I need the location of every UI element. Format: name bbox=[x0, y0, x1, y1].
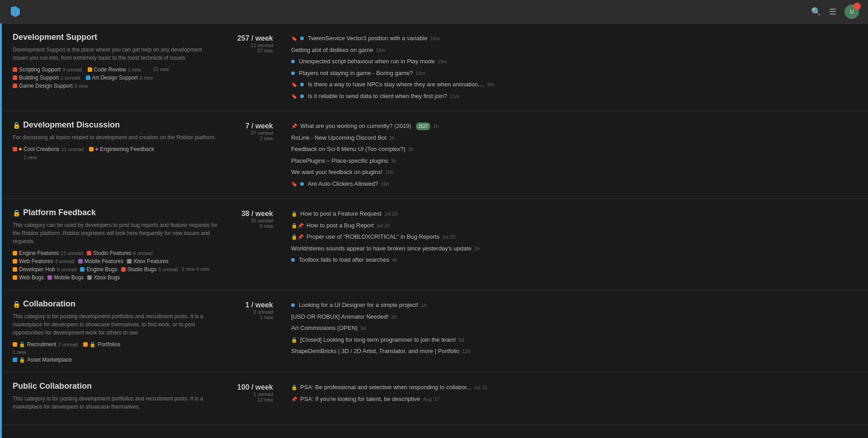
topic-item: 📌 PSA: If you're looking for talent, be … bbox=[291, 393, 859, 405]
subcategory-count: 6 unread bbox=[133, 250, 152, 256]
stat-new: 1 new bbox=[228, 315, 273, 320]
topic-time: 3h bbox=[391, 157, 396, 165]
subcategory-link[interactable]: Building Support bbox=[19, 75, 59, 81]
subcategory-link[interactable]: Xbox Bugs bbox=[94, 274, 120, 281]
category-title-link[interactable]: Public Collaboration bbox=[13, 381, 92, 391]
subcategory-link[interactable]: Game Design Support bbox=[19, 83, 73, 89]
content-area: Development SupportDevelopment Support i… bbox=[2, 24, 868, 438]
subcategories: Cool Creations 11 unread Engineering Fee… bbox=[13, 146, 219, 160]
subcategory-item: Developer Hub 6 unread bbox=[13, 266, 76, 273]
subcategory-link[interactable]: Scripting Support bbox=[19, 66, 61, 73]
topic-link[interactable]: Proper use of "ROBLOXCRITICAL" in Bug Re… bbox=[307, 232, 439, 241]
subcategory-link[interactable]: Web Bugs bbox=[19, 274, 44, 281]
avatar[interactable]: U bbox=[844, 5, 859, 19]
topic-link[interactable]: [USD OR ROBUX] Animator Needed! bbox=[291, 312, 388, 321]
topic-link[interactable]: PSA: If you're looking for talent, be de… bbox=[300, 395, 420, 404]
subcategory-dot bbox=[89, 147, 94, 151]
stat-new: 2 new bbox=[228, 136, 273, 141]
subcategory-dot bbox=[80, 267, 85, 272]
category-stats: 38 / week 32 unread 6 new bbox=[228, 208, 282, 281]
topic-time: 12d bbox=[462, 348, 470, 355]
topic-time: 1h bbox=[421, 301, 426, 309]
lock-icon: 🔒 bbox=[291, 384, 297, 391]
topic-link[interactable]: What are you working on currently? (2019… bbox=[300, 122, 411, 131]
topic-link[interactable]: [Closed] Looking for long-term programme… bbox=[300, 335, 456, 344]
topic-link[interactable]: Art Commissions (OPEN) bbox=[291, 324, 358, 333]
category-title-link[interactable]: Development Support bbox=[13, 33, 97, 42]
subcategory-link[interactable]: Web Features bbox=[19, 258, 53, 264]
topic-link[interactable]: PlacePlugins – Place-specific plugins bbox=[291, 156, 388, 165]
stat-unread: 37 unread bbox=[228, 130, 273, 136]
category-title: Development Support bbox=[13, 33, 219, 42]
unread-dot bbox=[300, 182, 304, 186]
subcategory-link[interactable]: Mobile Bugs bbox=[54, 274, 84, 281]
category-topics: Looking for a UI Designer for a simple p… bbox=[282, 299, 868, 363]
topic-link[interactable]: Toolbox fails to load after searches bbox=[299, 255, 389, 264]
topic-link[interactable]: How to post a Bug Report bbox=[307, 221, 374, 230]
subcategory-dot bbox=[13, 147, 17, 151]
subcategory-count: 1 new bbox=[128, 67, 141, 72]
topic-link[interactable]: How to post a Feature Request bbox=[300, 209, 382, 218]
pin-icon: 📌 bbox=[291, 122, 297, 130]
subcategory-link[interactable]: Engineering Feedback bbox=[100, 146, 154, 152]
topic-time: 16m bbox=[430, 35, 439, 42]
category-title: 🔒Collaboration bbox=[13, 299, 219, 309]
topic-time: 15h bbox=[385, 169, 393, 176]
subcategories: Engine Features 11 unread Studio Feature… bbox=[13, 250, 219, 281]
subcategory-dot2 bbox=[95, 148, 98, 151]
bookmark-icon: 🔖 bbox=[291, 93, 297, 100]
subcategory-link[interactable]: Art Design Support bbox=[92, 75, 138, 81]
search-icon[interactable]: 🔍 bbox=[811, 7, 821, 17]
topic-link[interactable]: Is it reliable to send data to client wh… bbox=[308, 92, 447, 101]
topic-time: 8m bbox=[487, 81, 494, 89]
topic-link[interactable]: World/stereo sounds appear to have broke… bbox=[291, 244, 472, 253]
subcategory-link[interactable]: Mobile Features bbox=[85, 258, 123, 264]
stat-unread: 2 unread bbox=[228, 309, 273, 315]
topic-link[interactable]: PSA: Be professional and selective when … bbox=[300, 383, 472, 392]
topic-item: 🔖 Is it reliable to send data to client … bbox=[291, 90, 859, 102]
subcategory-row: Web Bugs Mobile Bugs Xbox Bugs bbox=[13, 274, 219, 281]
subcategory-item: Code Review 1 new bbox=[88, 66, 142, 73]
subcategory-link[interactable]: Studio Bugs bbox=[127, 266, 157, 273]
topic-link[interactable]: Feedback on Sci-fi Menu UI (Too complex?… bbox=[291, 145, 406, 154]
subcategory-new: 22 new bbox=[146, 66, 169, 73]
topic-link[interactable]: Is there a way to have NPCs stay where t… bbox=[308, 80, 485, 89]
category-title-link[interactable]: Platform Feedback bbox=[23, 208, 96, 217]
bookmark-icon: 🔖 bbox=[291, 35, 297, 42]
subcategory-link[interactable]: Engine Bugs bbox=[86, 266, 117, 273]
header-left bbox=[9, 5, 26, 18]
topic-time: 16h bbox=[381, 180, 389, 188]
subcategory-dot bbox=[13, 259, 17, 264]
topic-link[interactable]: Getting alot of dislikes on game bbox=[291, 46, 373, 55]
subcategory-link[interactable]: Engine Features bbox=[19, 250, 59, 256]
lock-icon: 🔒 bbox=[291, 336, 297, 344]
subcategory-link[interactable]: Portfolios bbox=[98, 341, 120, 348]
category-title-link[interactable]: Collaboration bbox=[23, 299, 75, 309]
category-desc: This category is for posting development… bbox=[13, 312, 219, 337]
topic-link[interactable]: Looking for a UI Designer for a simple p… bbox=[299, 301, 418, 310]
hamburger-icon[interactable]: ☰ bbox=[829, 7, 836, 17]
topic-link[interactable]: Are Auto Clickers Allowed? bbox=[308, 179, 378, 188]
subcategory-link[interactable]: Developer Hub bbox=[19, 266, 55, 273]
topic-item: 📌 What are you working on currently? (20… bbox=[291, 120, 859, 132]
subcategory-link[interactable]: Recruitment bbox=[27, 341, 57, 348]
topic-link[interactable]: Unexpected script behaviour when run in … bbox=[299, 57, 435, 66]
category-desc: This category can be used by developers … bbox=[13, 221, 219, 245]
subcategory-link[interactable]: Studio Features bbox=[93, 250, 132, 256]
category-title-link[interactable]: Development Discussion bbox=[23, 120, 120, 130]
category-desc: For discussing all topics related to dev… bbox=[13, 133, 219, 141]
subcategory-link[interactable]: Asset Marketplace bbox=[27, 357, 72, 363]
subcategory-item: Game Design Support 5 new bbox=[13, 83, 88, 89]
topic-link[interactable]: ShapeDemBricks | 3D / 2D Artist, Transla… bbox=[291, 347, 459, 356]
topic-link[interactable]: Players not staying in game - Boring gam… bbox=[299, 69, 413, 78]
subcategory-link[interactable]: Xbox Features bbox=[133, 258, 169, 264]
topic-link[interactable]: TweenService Vector3 position with a var… bbox=[308, 34, 427, 43]
topic-link[interactable]: We want your feedback on plugins! bbox=[291, 168, 382, 177]
subcategory-dot bbox=[87, 275, 92, 280]
topic-item: 🔖 TweenService Vector3 position with a v… bbox=[291, 33, 859, 44]
subcategory-link[interactable]: Code Review bbox=[94, 66, 126, 73]
subcategory-link[interactable]: Cool Creations bbox=[24, 146, 59, 152]
subcategory-row: 🔒 Asset Marketplace bbox=[13, 357, 219, 363]
subcategory-dot bbox=[121, 267, 126, 272]
topic-link[interactable]: RoLink - New Upcoming Discord Bot bbox=[291, 133, 387, 142]
